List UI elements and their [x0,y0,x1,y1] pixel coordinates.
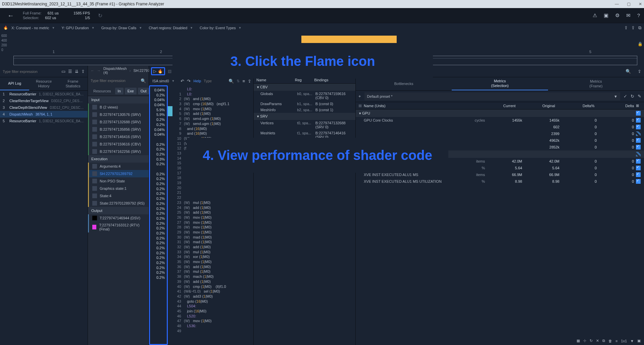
binding-row[interactable]: MeshInfob2, spa...B (const 1) [254,107,355,113]
api-call-row[interactable]: 1ResourceBarrier1, D3D12_RESOURCE_BARRIE… [0,91,88,97]
subtab-out[interactable]: Out [138,88,149,94]
doc-icon[interactable]: ▤ [168,69,171,74]
scrub-bar[interactable] [13,56,637,65]
sort-icon[interactable]: ⇅ [237,79,240,83]
help-link[interactable]: Help [193,79,201,83]
metric-row[interactable]: XVE INST EXECUTED ALU0 MS UTILIZATION%5.… [356,165,644,171]
play-icon[interactable]: ▷ [153,69,156,74]
metric-row[interactable]: 239900 [356,130,644,137]
resource-item[interactable]: Non PSO State [88,177,149,185]
duration-dropdown[interactable]: Duration▼ [174,68,200,74]
subtab-exe[interactable]: Exe [125,88,137,94]
tab-bottlenecks[interactable]: Bottlenecks [356,77,452,90]
settings-icon[interactable]: ⚙ [615,12,620,18]
help-icon[interactable]: ? [637,12,640,18]
undo-icon[interactable]: ↶ [181,79,184,84]
search-icon[interactable]: 🔍 [141,78,146,83]
api-filter-input[interactable] [3,70,59,74]
share-icon[interactable]: ⧉ [638,25,641,31]
tab-metrics-selection[interactable]: Metrics(Selection) [452,77,548,90]
trash-icon[interactable]: 🗑 [608,339,612,343]
api-call-row[interactable]: 3ClearDepthStencilViewD3D12_CPU_DESCRIPT… [0,104,88,111]
wrap-icon[interactable]: ≡ [242,79,245,84]
resource-item[interactable]: State:4 [88,192,149,200]
tab-frame-statistics[interactable]: FrameStatistics [58,77,88,90]
lock-icon[interactable]: 🔒 [638,42,643,46]
flame-icon[interactable]: 🔥 [158,69,163,74]
close-icon[interactable]: ✕ [639,2,642,6]
scale-label[interactable]: 1x1 [621,339,627,343]
collapse-icon[interactable]: ⇊ [75,69,79,74]
resource-item[interactable]: Graphics state:1 [88,185,149,192]
binding-row[interactable]: DrawParamsb1, spa...B (const 0) [254,101,355,107]
refresh-icon[interactable]: ↻ [631,94,634,99]
resource-item[interactable]: B:2279747132688 (SRV) [88,118,149,126]
color-dropdown[interactable]: Color by: Event Types▼ [198,25,245,31]
group-dropdown[interactable]: Group by: Draw Calls▼ [100,25,145,31]
bc-dispatch[interactable]: DispatchMesh (4) [103,67,127,75]
resource-item[interactable]: SH:2279701289792 [88,170,149,177]
resource-item[interactable]: State:2279701289792 (RS) [88,200,149,207]
fx-label[interactable]: fx [350,69,353,74]
metric-row[interactable]: XVE INST EXECUTED ALU0 MSitems42.0M42.0M… [356,158,644,165]
binding-row[interactable]: Globalsb0, spa...B:2279747159616 (CBV 0) [254,91,355,101]
maximize-icon[interactable]: ▢ [627,2,631,6]
tab-metrics-frame[interactable]: Metrics(Frame) [548,77,644,90]
tab-api-log[interactable]: API Log [0,77,29,90]
resource-item[interactable]: B:2279747162256 (SRV) [88,148,149,155]
subtab-in[interactable]: In [115,88,123,94]
resource-item[interactable]: B:2279747135856 (SRV) [88,126,149,133]
chart-regions-dropdown[interactable]: Chart regions: Disabled▼ [147,25,196,31]
search-icon[interactable]: 🔍 [229,79,234,84]
api-call-row[interactable]: 4DispatchMesh38764, 1, 1 [0,111,88,118]
flame-icon[interactable]: 🔥 [3,26,8,30]
pencil-icon[interactable]: ✎ [638,94,641,99]
metric-group[interactable]: ▾ GPU [356,110,644,117]
layout-icon[interactable]: ▣ [637,339,641,343]
redo-icon[interactable]: ↷ [187,79,191,84]
export-icon[interactable]: ⇪ [638,69,641,74]
search-icon[interactable]: 🔍 [626,69,631,74]
export-icon[interactable]: ⇪ [81,69,85,74]
metric-row[interactable]: XVE INST EXECUTED ALU1 MS UTILIZATION%8.… [356,178,644,185]
resource-item[interactable]: B:2279747130576 (SRV) [88,111,149,118]
grid-icon[interactable]: ▦ [577,339,580,343]
refresh-icon[interactable]: ↻ [95,12,105,19]
minimize-icon[interactable]: — [615,2,619,6]
folder-icon[interactable]: ▭ [61,69,65,74]
export-icon[interactable]: ⇪ [624,25,628,31]
mail-icon[interactable]: ✉ [626,12,631,18]
back-icon[interactable]: ← [4,12,17,19]
metric-row[interactable]: 2852k00 [356,144,644,150]
shader-search-input[interactable] [204,79,226,83]
resource-item[interactable]: B:2279747146416 (SRV) [88,133,149,140]
handle-icon[interactable]: ⊹ [583,339,586,343]
resource-item[interactable]: Arguments:4 [88,163,149,170]
metric-row[interactable]: XVE INST EXECUTED ALU1 MSitems66.9M66.9M… [356,171,644,178]
metric-row[interactable]: 4962k00 [356,137,644,144]
isa-dropdown[interactable]: ISA simd0▼ [151,78,178,84]
tab-resource-history[interactable]: ResourceHistory [29,77,58,90]
close-icon[interactable]: ✕ [596,339,599,343]
warning-icon[interactable]: ⚠ [593,12,597,18]
panel-icon[interactable]: ▣ [604,12,608,18]
resource-item[interactable]: B (2 views) [88,103,149,111]
binding-row[interactable]: Meshletst1, spa...B:2279747146416 (SRV 0… [254,130,355,140]
binding-group[interactable]: ▾ SRV [254,113,355,120]
metric-row[interactable]: 60200 [356,124,644,130]
export-icon[interactable]: ⇪ [248,79,251,84]
resource-filter-input[interactable] [91,79,139,83]
list-icon[interactable]: ≡ [615,339,617,343]
resource-item[interactable]: T:2279747163312 (RTV) (Final) [88,222,149,232]
preset-dropdown[interactable]: Default preset *▼ [364,92,620,100]
binding-group[interactable]: ▾ CBV [254,84,355,91]
metric-group[interactable]: ▾ VectorEngine [356,150,644,158]
resource-item[interactable]: T:2279747146944 (DSV) [88,214,149,222]
metric-row[interactable]: GPU Core Clockscycles1455k1455k00 [356,117,644,124]
resource-item[interactable]: B:2279747159616 (CBV) [88,140,149,148]
toggle-all-icon[interactable]: ⊞ [636,103,641,108]
export2-icon[interactable]: ⇪ [631,25,635,31]
api-call-row[interactable]: 2ClearRenderTargetViewD3D12_CPU_DESCRIPT… [0,97,88,104]
grid-icon[interactable]: ▦ [358,103,362,108]
timeline-chart[interactable]: 6004002000 125 🔒 [0,32,644,66]
